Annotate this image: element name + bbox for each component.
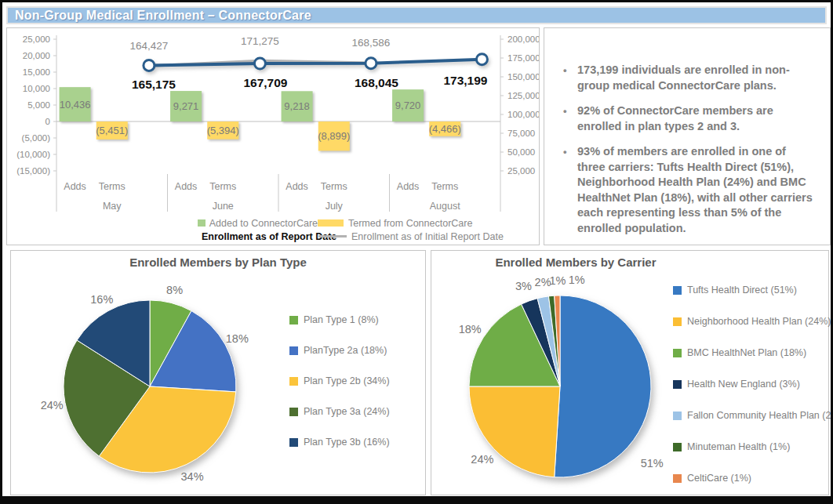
plan-type-pie-panel: Enrolled Members by Plan Type 8%18%34%24… [10, 250, 426, 495]
svg-text:100,000: 100,000 [507, 110, 539, 119]
legend-label: Tufts Health Direct (51%) [687, 285, 797, 296]
svg-text:5,000: 5,000 [27, 100, 50, 110]
legend-item: BMC HealthNet Plan (18%) [673, 346, 833, 359]
legend-label: Added to ConnectorCare [209, 218, 318, 229]
legend-label: Plan Type 2b (34%) [304, 375, 390, 386]
legend-swatch [673, 474, 682, 483]
svg-text:75,000: 75,000 [507, 129, 535, 138]
insights-panel: 173,199 individuals are enrolled in non-… [544, 27, 831, 245]
legend-item: PlanType 2a (18%) [289, 344, 390, 357]
plan-type-pie-legend: Plan Type 1 (8%)PlanType 2a (18%)Plan Ty… [289, 314, 390, 466]
svg-text:164,427: 164,427 [130, 40, 169, 52]
svg-text:Terms: Terms [321, 181, 347, 192]
svg-text:May: May [103, 201, 122, 212]
legend-item: Tufts Health Direct (51%) [673, 284, 833, 296]
legend-swatch [318, 231, 347, 241]
legend-label: Plan Type 3a (24%) [304, 406, 390, 417]
title-bar: Non-Group Medical Enrollment – Connector… [6, 6, 827, 24]
legend-label: Termed from ConnectorCare [348, 218, 472, 229]
legend-swatch [289, 346, 298, 355]
svg-text:9,271: 9,271 [173, 100, 199, 112]
svg-text:24%: 24% [471, 453, 493, 466]
legend-swatch [673, 412, 682, 420]
legend-label: Enrollment as of Report Date [202, 231, 336, 242]
enrollment-combo-chart: 25,00020,00015,00010,0005,0000(5,000)(10… [7, 28, 539, 226]
svg-text:24%: 24% [41, 399, 64, 412]
svg-text:(15,000): (15,000) [16, 166, 50, 176]
legend-item: Enrollment as of Initial Report Date [318, 231, 504, 242]
legend-item: Neighborhood Health Plan (24%) [673, 315, 833, 328]
svg-text:175,000: 175,000 [507, 53, 539, 63]
svg-text:18%: 18% [226, 332, 249, 345]
plan-type-pie-title: Enrolled Members by Plan Type [11, 256, 425, 269]
legend-swatch [673, 443, 682, 451]
svg-text:50,000: 50,000 [507, 147, 535, 157]
legend-label: BMC HealthNet Plan (18%) [687, 347, 806, 358]
svg-text:200,000: 200,000 [507, 34, 539, 44]
insight-bullet-list: 173,199 individuals are enrolled in non-… [544, 28, 830, 236]
insight-bullet: 93% of members are enrolled in one of th… [562, 144, 816, 236]
svg-text:Terms: Terms [431, 181, 458, 192]
svg-text:Adds: Adds [286, 181, 308, 192]
svg-text:20,000: 20,000 [23, 51, 50, 60]
svg-text:June: June [213, 201, 234, 212]
svg-text:(4,466): (4,466) [429, 123, 461, 135]
svg-text:2%: 2% [535, 276, 551, 288]
svg-text:51%: 51% [641, 457, 664, 470]
svg-text:171,275: 171,275 [241, 35, 279, 47]
legend-swatch [289, 316, 298, 325]
svg-text:168,586: 168,586 [352, 37, 391, 49]
page-title: Non-Group Medical Enrollment – Connector… [8, 9, 311, 23]
svg-text:16%: 16% [90, 293, 113, 306]
svg-text:10,000: 10,000 [23, 84, 50, 93]
legend-item: Plan Type 3b (16%) [289, 436, 390, 448]
insight-bullet: 173,199 individuals are enrolled in non-… [562, 63, 816, 93]
bars [60, 87, 461, 150]
svg-text:25,000: 25,000 [507, 166, 535, 176]
legend-label: Enrollment as of Initial Report Date [351, 231, 504, 242]
legend-item: Enrollment as of Report Date [198, 231, 318, 242]
legend-swatch [289, 438, 298, 447]
svg-text:0: 0 [45, 117, 50, 126]
svg-text:125,000: 125,000 [507, 91, 539, 100]
svg-text:165,175: 165,175 [132, 78, 176, 91]
svg-text:Terms: Terms [99, 181, 125, 192]
svg-text:July: July [326, 201, 344, 212]
svg-text:9,720: 9,720 [395, 100, 421, 111]
svg-text:(5,451): (5,451) [96, 125, 128, 136]
carrier-pie-legend: Tufts Health Direct (51%)Neighborhood He… [673, 284, 833, 503]
legend-swatch [318, 219, 344, 227]
enrollment-trend-panel: 25,00020,00015,00010,0005,0000(5,000)(10… [6, 27, 540, 245]
legend-swatch [289, 408, 298, 416]
svg-text:18%: 18% [459, 323, 482, 335]
legend-item: Plan Type 2b (34%) [289, 375, 390, 387]
svg-text:15,000: 15,000 [23, 67, 50, 77]
svg-text:173,199: 173,199 [443, 74, 487, 87]
dashboard-page: Non-Group Medical Enrollment – Connector… [0, 0, 833, 504]
legend-label: Fallon Community Health Plan (2%) [687, 410, 833, 421]
svg-text:34%: 34% [181, 470, 204, 483]
legend-item: Health New England (3%) [673, 378, 833, 390]
legend-label: Minuteman Health (1%) [687, 441, 790, 452]
svg-text:1%: 1% [549, 274, 566, 287]
legend-item: CeltiCare (1%) [673, 472, 833, 484]
pie-slices [64, 300, 236, 473]
svg-text:August: August [430, 201, 460, 212]
svg-text:(5,000): (5,000) [22, 133, 51, 143]
carrier-pie-title: Enrolled Members by Carrier [431, 256, 720, 269]
combo-chart-legend: Added to ConnectorCareTermed from Connec… [198, 216, 535, 243]
legend-label: CeltiCare (1%) [687, 473, 751, 484]
svg-text:25,000: 25,000 [23, 34, 50, 44]
svg-text:(10,000): (10,000) [16, 150, 50, 159]
carrier-pie-panel: Enrolled Members by Carrier 51%24%18%3%2… [431, 250, 829, 495]
legend-label: Neighborhood Health Plan (24%) [687, 316, 831, 327]
svg-text:Adds: Adds [397, 181, 420, 192]
svg-text:1%: 1% [569, 274, 585, 286]
legend-item: Termed from ConnectorCare [318, 218, 472, 229]
svg-text:8%: 8% [166, 284, 183, 296]
legend-label: Plan Type 1 (8%) [304, 314, 379, 325]
svg-text:3%: 3% [515, 280, 532, 292]
legend-swatch [673, 286, 682, 295]
legend-item: Fallon Community Health Plan (2%) [673, 409, 833, 422]
svg-text:9,218: 9,218 [284, 100, 310, 112]
